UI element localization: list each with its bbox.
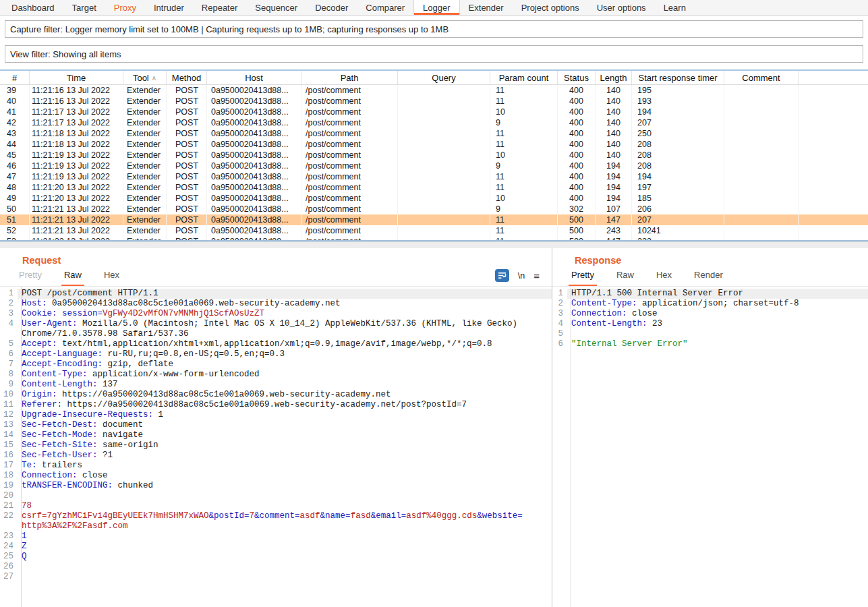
line-content: Content-Type: application/json; charset=… bbox=[567, 299, 868, 309]
cell-length: 140 bbox=[596, 139, 632, 150]
cell-time: 11:21:18 13 Jul 2022 bbox=[30, 139, 123, 150]
table-row[interactable]: 4911:21:20 13 Jul 2022ExtenderPOST0a9500… bbox=[0, 193, 868, 204]
cell-length: 140 bbox=[596, 117, 632, 128]
cell-length: 194 bbox=[596, 161, 632, 171]
editor-line: 14Sec-Fetch-Mode: navigate bbox=[0, 430, 552, 440]
column-header-host[interactable]: Host bbox=[207, 71, 301, 84]
request-tab-raw[interactable]: Raw bbox=[63, 270, 83, 286]
column-header-path[interactable]: Path bbox=[301, 71, 398, 84]
line-content: Content-Length: 23 bbox=[567, 319, 868, 329]
menu-tab-learn[interactable]: Learn bbox=[655, 0, 695, 15]
line-number: 18 bbox=[0, 471, 18, 481]
table-row[interactable]: 4211:21:17 13 Jul 2022ExtenderPOST0a9500… bbox=[0, 117, 868, 128]
main-menu-bar: DashboardTargetProxyIntruderRepeaterSequ… bbox=[0, 0, 868, 16]
menu-tab-project-options[interactable]: Project options bbox=[513, 0, 588, 15]
table-row[interactable]: 5211:21:21 13 Jul 2022ExtenderPOST0a9500… bbox=[0, 225, 868, 236]
response-tab-pretty[interactable]: Pretty bbox=[570, 270, 596, 286]
column-header-length[interactable]: Length bbox=[596, 71, 632, 84]
cell-query bbox=[398, 193, 490, 204]
column-header-method[interactable]: Method bbox=[167, 71, 207, 84]
response-tab-render[interactable]: Render bbox=[693, 270, 724, 286]
cell-comment bbox=[724, 171, 799, 182]
menu-tab-extender[interactable]: Extender bbox=[460, 0, 513, 15]
line-number: 7 bbox=[0, 359, 18, 370]
cell-tool: Extender bbox=[123, 150, 167, 161]
editor-line: 25Q bbox=[0, 552, 552, 562]
line-number: 4 bbox=[0, 319, 18, 329]
cell-host: 0a9500020413d88... bbox=[207, 117, 301, 128]
menu-tab-sequencer[interactable]: Sequencer bbox=[246, 0, 306, 15]
line-number: 20 bbox=[0, 491, 18, 501]
cell-method: POST bbox=[167, 117, 207, 128]
cell-length: 140 bbox=[596, 128, 632, 139]
menu-tab-dashboard[interactable]: Dashboard bbox=[3, 0, 63, 15]
column-header-tool[interactable]: Tool∧ bbox=[123, 71, 167, 84]
menu-tab-intruder[interactable]: Intruder bbox=[145, 0, 193, 15]
menu-tab-target[interactable]: Target bbox=[63, 0, 105, 15]
table-row[interactable]: 4111:21:17 13 Jul 2022ExtenderPOST0a9500… bbox=[0, 107, 868, 117]
request-raw-editor[interactable]: 1POST /post/comment HTTP/1.12Host: 0a950… bbox=[0, 287, 552, 607]
column-header-comment[interactable]: Comment bbox=[724, 71, 799, 84]
cell-host: 0a9500020413d88... bbox=[207, 204, 301, 214]
editor-menu-icon[interactable]: ≡ bbox=[533, 270, 540, 281]
column-header-param_count[interactable]: Param count bbox=[490, 71, 558, 84]
column-header-label: # bbox=[12, 73, 17, 83]
cell-tool: Extender bbox=[123, 107, 167, 117]
response-tab-hex[interactable]: Hex bbox=[655, 270, 673, 286]
menu-tab-user-options[interactable]: User options bbox=[588, 0, 655, 15]
menu-tab-logger[interactable]: Logger bbox=[413, 0, 459, 15]
table-row[interactable]: 4311:21:18 13 Jul 2022ExtenderPOST0a9500… bbox=[0, 128, 868, 139]
horizontal-splitter[interactable] bbox=[0, 241, 868, 248]
table-row[interactable]: 5011:21:21 13 Jul 2022ExtenderPOST0a9500… bbox=[0, 204, 868, 214]
view-filter-bar[interactable]: View filter: Showing all items bbox=[5, 45, 863, 63]
request-tab-pretty[interactable]: Pretty bbox=[18, 270, 43, 286]
table-row[interactable]: 4711:21:19 13 Jul 2022ExtenderPOST0a9500… bbox=[0, 171, 868, 182]
table-row[interactable]: 4011:21:16 13 Jul 2022ExtenderPOST0a9500… bbox=[0, 96, 868, 107]
column-header-label: Param count bbox=[499, 73, 549, 83]
response-tab-raw[interactable]: Raw bbox=[615, 270, 635, 286]
cell-id: 50 bbox=[0, 204, 30, 214]
line-number: 19 bbox=[0, 481, 18, 491]
editor-line: 18Connection: close bbox=[0, 471, 552, 481]
editor-line: 13Sec-Fetch-Dest: document bbox=[0, 420, 552, 430]
line-number: 16 bbox=[0, 451, 18, 461]
cell-id: 46 bbox=[0, 161, 30, 171]
cell-id: 44 bbox=[0, 139, 30, 150]
table-row[interactable]: 4511:21:19 13 Jul 2022ExtenderPOST0a9500… bbox=[0, 150, 868, 161]
column-header-status[interactable]: Status bbox=[558, 71, 596, 84]
table-row[interactable]: 5111:21:21 13 Jul 2022ExtenderPOST0a9500… bbox=[0, 214, 868, 225]
menu-tab-comparer[interactable]: Comparer bbox=[357, 0, 413, 15]
request-panel: Request \n ≡ PrettyRawHex 1POST /post/co… bbox=[0, 248, 552, 607]
cell-status: 400 bbox=[558, 96, 596, 107]
column-header-query[interactable]: Query bbox=[398, 71, 490, 84]
menu-tab-proxy[interactable]: Proxy bbox=[105, 0, 145, 15]
capture-filter-bar[interactable]: Capture filter: Logger memory limit set … bbox=[5, 20, 863, 38]
cell-path: /post/comment bbox=[301, 171, 398, 182]
cell-length: 140 bbox=[596, 107, 632, 117]
response-pretty-editor[interactable]: 1HTTP/1.1 500 Internal Server Error2Cont… bbox=[552, 287, 868, 607]
format-code-icon[interactable] bbox=[495, 269, 509, 282]
cell-time: 11:21:19 13 Jul 2022 bbox=[30, 171, 123, 182]
cell-tool: Extender bbox=[123, 204, 167, 214]
table-row[interactable]: 3911:21:16 13 Jul 2022ExtenderPOST0a9500… bbox=[0, 85, 868, 96]
cell-length: 140 bbox=[596, 150, 632, 161]
newline-toggle-icon[interactable]: \n bbox=[518, 271, 525, 281]
table-row[interactable]: 5311:21:22 13 Jul 2022ExtenderPOST0a9500… bbox=[0, 236, 868, 240]
column-header-time[interactable]: Time bbox=[30, 71, 123, 84]
menu-tab-decoder[interactable]: Decoder bbox=[306, 0, 357, 15]
editor-line: 1POST /post/comment HTTP/1.1 bbox=[0, 289, 552, 299]
table-row[interactable]: 4611:21:19 13 Jul 2022ExtenderPOST0a9500… bbox=[0, 161, 868, 171]
line-number: 3 bbox=[0, 309, 18, 319]
cell-timer: 195 bbox=[632, 85, 724, 96]
line-content bbox=[18, 491, 552, 501]
line-content: POST /post/comment HTTP/1.1 bbox=[18, 289, 552, 299]
table-row[interactable]: 4411:21:18 13 Jul 2022ExtenderPOST0a9500… bbox=[0, 139, 868, 150]
column-header-timer[interactable]: Start response timer bbox=[632, 71, 724, 84]
cell-status: 400 bbox=[558, 85, 596, 96]
request-tab-hex[interactable]: Hex bbox=[103, 270, 121, 286]
cell-path: /post/comment bbox=[301, 107, 398, 117]
column-header-id[interactable]: # bbox=[0, 71, 30, 84]
menu-tab-repeater[interactable]: Repeater bbox=[193, 0, 246, 15]
table-row[interactable]: 4811:21:20 13 Jul 2022ExtenderPOST0a9500… bbox=[0, 182, 868, 193]
line-content: Sec-Fetch-Site: same-origin bbox=[18, 440, 552, 451]
